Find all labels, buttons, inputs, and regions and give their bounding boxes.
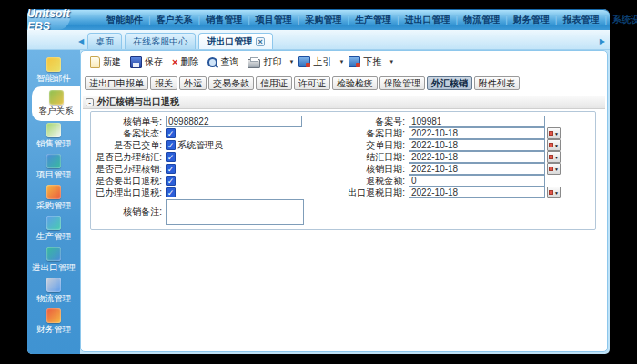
form-tab-6[interactable]: 许可证 [294, 76, 330, 90]
field-checkbox[interactable]: ✓ [166, 128, 176, 138]
field-text-input[interactable] [409, 175, 545, 187]
field-date-input[interactable] [409, 151, 545, 163]
date-picker-button[interactable]: ▼ [547, 163, 561, 175]
toolbar-button-4[interactable]: 查询 [203, 54, 243, 70]
finance-money-icon [46, 308, 61, 323]
doc-tab-label: 在线客服中心 [133, 35, 187, 48]
toolbar-button-label: 打印 [263, 56, 281, 68]
calendar-icon [549, 167, 553, 171]
tab-scroll-left-icon[interactable]: ◀ [78, 37, 84, 46]
close-icon[interactable]: × [256, 37, 265, 46]
dropdown-arrow-icon: ▼ [554, 190, 559, 196]
sidebar-item-4[interactable]: 项目管理 [27, 152, 80, 183]
toolbar-button-1[interactable]: 新建 [86, 54, 126, 70]
toolbar-button-3[interactable]: ×删除 [167, 54, 203, 70]
field-label: 是否已交单: [93, 139, 166, 152]
doc-tab-1[interactable]: 桌面 [87, 33, 122, 49]
field-label: 交单日期: [317, 139, 409, 152]
field-control: ✓ [166, 164, 317, 174]
checkbox-suffix-label: 系统管理员 [177, 139, 223, 152]
sidebar-item-5[interactable]: 采购管理 [27, 183, 80, 214]
field-control: ▼ [409, 187, 593, 198]
date-picker-button[interactable]: ▼ [547, 187, 561, 198]
menu-item-2[interactable]: 客户关系 [151, 14, 198, 26]
form-tab-7[interactable]: 检验检疫 [332, 76, 378, 90]
form-tab-5[interactable]: 信用证 [256, 76, 292, 90]
doc-tab-3[interactable]: 进出口管理× [198, 33, 273, 49]
toolbar-button-7[interactable]: 下推 [344, 54, 386, 70]
sidebar-item-6[interactable]: 生产管理 [27, 214, 80, 245]
document-tabs: 桌面在线客服中心进出口管理× [87, 33, 276, 49]
menu-item-4[interactable]: 项目管理 [250, 14, 298, 26]
tab-scroll-right-icon[interactable]: ▶ [600, 37, 605, 46]
form-tab-9[interactable]: 外汇核销 [427, 76, 472, 90]
field-label: 是否要出口退税: [93, 175, 166, 187]
field-label: 结汇日期: [317, 151, 409, 164]
toolbar-button-6[interactable]: 上引 [294, 54, 336, 70]
field-textarea[interactable] [166, 199, 304, 225]
save-floppy-icon [130, 56, 142, 68]
sales-pencil-icon [46, 123, 61, 137]
field-control [166, 116, 317, 127]
field-label: 核销日期: [317, 163, 409, 176]
project-icon [46, 154, 61, 168]
dropdown-arrow-icon: ▼ [554, 143, 559, 148]
menu-item-7[interactable]: 进出口管理 [399, 14, 456, 26]
field-date-input[interactable] [409, 139, 545, 151]
form-tab-3[interactable]: 外运 [179, 76, 207, 90]
menu-item-8[interactable]: 物流管理 [458, 14, 505, 26]
form-tab-4[interactable]: 交易条款 [208, 76, 254, 90]
form-tab-8[interactable]: 保险管理 [379, 76, 425, 90]
field-control: ✓ [166, 128, 317, 138]
field-date-input[interactable] [409, 163, 545, 175]
sidebar-item-3[interactable]: 销售管理 [27, 121, 80, 152]
field-label: 备案号: [317, 116, 409, 128]
section-title: 外汇核销与出口退税 [97, 96, 179, 108]
collapse-icon[interactable]: - [86, 98, 94, 106]
menu-item-1[interactable]: 智能邮件 [101, 14, 148, 26]
field-text-input[interactable] [409, 116, 545, 127]
sidebar-item-2[interactable]: 客户关系 [32, 86, 80, 121]
field-checkbox[interactable]: ✓ [166, 164, 176, 174]
menu-item-3[interactable]: 销售管理 [200, 14, 248, 26]
sidebar-item-1[interactable]: 智能邮件 [27, 56, 80, 86]
date-picker-button[interactable]: ▼ [547, 151, 561, 163]
toolbar-button-2[interactable]: 保存 [126, 54, 167, 70]
menu-item-11[interactable]: 系统设置 [607, 14, 637, 26]
menu-item-10[interactable]: 报表管理 [557, 14, 604, 26]
sidebar-item-7[interactable]: 进出口管理 [27, 245, 80, 276]
toolbar: 新建保存×删除查询打印▼上引▼下推▼ [81, 51, 607, 73]
field-checkbox[interactable]: ✓ [166, 152, 176, 162]
field-checkbox[interactable]: ✓ [166, 187, 176, 197]
field-date-input[interactable] [409, 127, 545, 139]
menu-item-9[interactable]: 财务管理 [508, 14, 555, 26]
toolbar-button-5[interactable]: 打印 [243, 54, 286, 70]
field-checkbox[interactable]: ✓ [166, 140, 176, 150]
sidebar-item-label: 物流管理 [36, 293, 71, 305]
title-bar: Unitsoft EBS 智能邮件|客户关系|销售管理|项目管理|采购管理|生产… [27, 9, 610, 30]
form-tab-10[interactable]: 附件列表 [474, 76, 520, 90]
field-text-input[interactable] [166, 116, 302, 127]
dropdown-arrow-icon[interactable]: ▼ [389, 59, 394, 65]
menu-item-5[interactable]: 采购管理 [299, 14, 347, 26]
field-control: ▼ [409, 139, 593, 151]
menu-item-6[interactable]: 生产管理 [349, 14, 397, 26]
field-label: 核销备注: [93, 206, 166, 218]
date-picker-button[interactable]: ▼ [547, 139, 561, 151]
doc-tab-2[interactable]: 在线客服中心 [125, 33, 196, 49]
form-tab-2[interactable]: 报关 [150, 76, 177, 90]
calendar-icon [549, 131, 553, 136]
sidebar-item-9[interactable]: 财务管理 [27, 307, 80, 338]
calendar-icon [549, 143, 553, 147]
field-checkbox[interactable]: ✓ [166, 176, 176, 186]
field-control: ▼ [409, 151, 593, 163]
field-label: 出口退税日期: [317, 187, 409, 199]
sidebar-item-label: 项目管理 [36, 169, 71, 181]
field-date-input[interactable] [409, 187, 545, 198]
field-control: ✓ [166, 187, 317, 197]
form-tab-1[interactable]: 进出口申报单 [85, 76, 148, 90]
import-export-globe-icon [46, 247, 61, 261]
sidebar-item-8[interactable]: 物流管理 [27, 276, 80, 307]
date-picker-button[interactable]: ▼ [547, 127, 561, 139]
field-label: 核销单号: [93, 116, 166, 128]
